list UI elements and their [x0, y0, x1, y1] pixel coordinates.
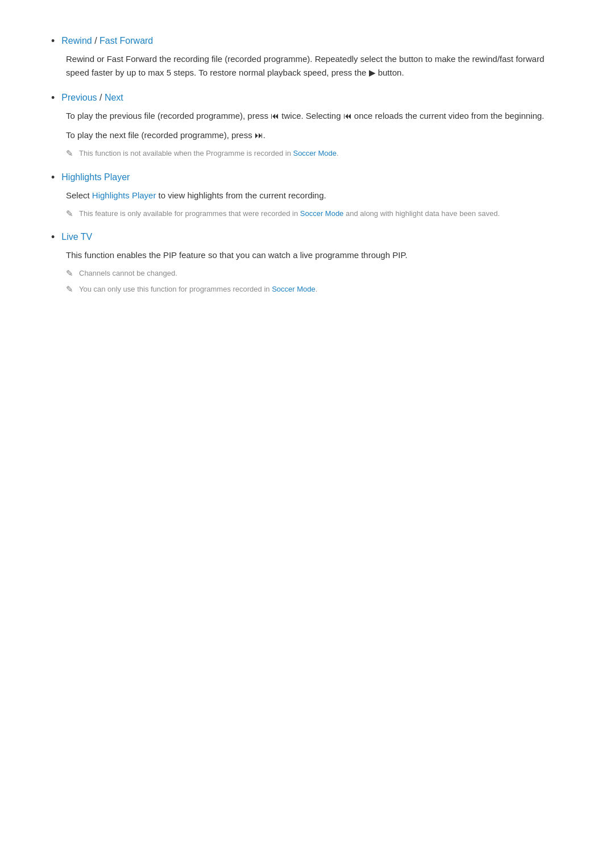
- note-highlights-text: This feature is only available for progr…: [79, 208, 500, 219]
- section-live-tv: • Live TV This function enables the PIP …: [51, 230, 563, 294]
- pencil-icon-3: ✎: [66, 268, 73, 279]
- highlights-description: Select Highlights Player to view highlig…: [66, 189, 563, 202]
- link-previous[interactable]: Previous: [61, 93, 97, 102]
- bullet-live-tv: •: [51, 231, 55, 243]
- pencil-icon-2: ✎: [66, 209, 73, 219]
- previous-description-2: To play the next file (recorded programm…: [66, 128, 563, 142]
- body-highlights: Select Highlights Player to view highlig…: [66, 189, 563, 219]
- rewind-description: Rewind or Fast Forward the recording fil…: [66, 52, 563, 80]
- link-fast-forward[interactable]: Fast Forward: [99, 36, 153, 45]
- link-soccer-mode-2[interactable]: Soccer Mode: [300, 209, 344, 218]
- main-content: • Rewind / Fast Forward Rewind or Fast F…: [51, 23, 563, 317]
- section-title-highlights: Highlights Player: [61, 171, 130, 184]
- link-highlights-inline[interactable]: Highlights Player: [92, 190, 156, 200]
- note-previous: ✎ This function is not available when th…: [66, 148, 563, 159]
- pencil-icon-1: ✎: [66, 148, 73, 159]
- link-soccer-mode-1[interactable]: Soccer Mode: [293, 149, 337, 157]
- bullet-rewind: •: [51, 35, 55, 47]
- note-live-tv-text-2: You can only use this function for progr…: [79, 284, 317, 295]
- separator-previous: /: [99, 93, 105, 102]
- section-title-previous: Previous / Next: [61, 91, 123, 105]
- note-live-tv-1: ✎ Channels cannot be changed.: [66, 268, 563, 279]
- previous-description-1: To play the previous file (recorded prog…: [66, 109, 563, 123]
- body-rewind: Rewind or Fast Forward the recording fil…: [66, 52, 563, 80]
- link-highlights-player[interactable]: Highlights Player: [61, 172, 130, 182]
- note-highlights: ✎ This feature is only available for pro…: [66, 208, 563, 219]
- body-previous: To play the previous file (recorded prog…: [66, 109, 563, 159]
- link-next[interactable]: Next: [105, 93, 123, 102]
- link-soccer-mode-3[interactable]: Soccer Mode: [272, 285, 316, 293]
- bullet-highlights: •: [51, 172, 55, 184]
- section-title-live-tv: Live TV: [61, 230, 92, 244]
- link-live-tv[interactable]: Live TV: [61, 232, 92, 242]
- section-rewind-ff: • Rewind / Fast Forward Rewind or Fast F…: [51, 34, 563, 80]
- separator-rewind: /: [94, 36, 99, 45]
- section-title-rewind: Rewind / Fast Forward: [61, 34, 153, 48]
- bullet-previous: •: [51, 92, 55, 104]
- note-live-tv-text-1: Channels cannot be changed.: [79, 268, 177, 279]
- pencil-icon-4: ✎: [66, 284, 73, 294]
- body-live-tv: This function enables the PIP feature so…: [66, 248, 563, 294]
- section-highlights: • Highlights Player Select Highlights Pl…: [51, 171, 563, 219]
- note-live-tv-2: ✎ You can only use this function for pro…: [66, 284, 563, 295]
- section-previous-next: • Previous / Next To play the previous f…: [51, 91, 563, 159]
- note-previous-text: This function is not available when the …: [79, 148, 339, 159]
- link-rewind[interactable]: Rewind: [61, 36, 92, 45]
- live-tv-description: This function enables the PIP feature so…: [66, 248, 563, 262]
